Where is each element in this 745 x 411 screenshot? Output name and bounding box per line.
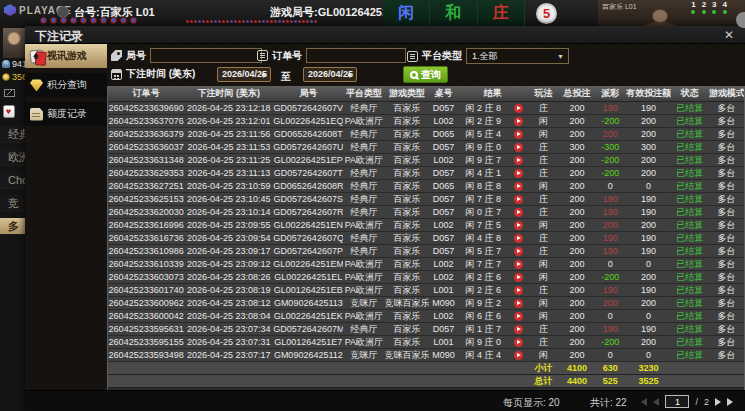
menu-item-视讯游戏[interactable]: 视讯游戏 (25, 44, 107, 68)
roadmap-dot-icon (258, 20, 261, 23)
table-row[interactable]: 2604252336396902026-04-25 23:12:18GD0572… (108, 101, 744, 114)
replay-video-icon[interactable] (514, 221, 523, 230)
menu-item-积分查询[interactable]: 积分查询 (25, 73, 107, 97)
table-row[interactable]: 2604252336370762026-04-25 23:12:01GL0022… (108, 114, 744, 127)
close-icon[interactable]: ✕ (721, 27, 737, 43)
round-number-input[interactable] (150, 48, 262, 63)
table-row[interactable]: 2604252336169962026-04-25 23:09:55GL0022… (108, 218, 744, 231)
cell-total-bet: 200 (560, 257, 595, 270)
table-row[interactable]: 2604252336200302026-04-25 23:10:14GD0572… (108, 205, 744, 218)
prev-page-icon[interactable] (653, 398, 659, 406)
cell-replay (509, 166, 528, 179)
mail-icon[interactable] (4, 89, 15, 97)
table-row[interactable]: 2604252336009622026-04-25 23:08:12GM0902… (108, 296, 744, 309)
pagination: 1 / 2 (641, 395, 733, 408)
table-row[interactable]: 2604252336272512026-04-25 23:10:59GD0652… (108, 179, 744, 192)
cell-result: 闲 8 庄 8 (458, 179, 509, 192)
replay-video-icon[interactable] (514, 130, 523, 139)
table-row[interactable]: 2604252336363792026-04-25 23:11:56GD0652… (108, 127, 744, 140)
replay-video-icon[interactable] (514, 234, 523, 243)
table-row[interactable]: 2604252335956312026-04-25 23:07:34GD0572… (108, 322, 744, 335)
replay-video-icon[interactable] (514, 104, 523, 113)
table-row[interactable]: 2604252336313482026-04-25 23:11:25GL0022… (108, 153, 744, 166)
replay-video-icon[interactable] (514, 195, 523, 204)
cell-payout: 0 (594, 309, 626, 322)
cell-replay (509, 140, 528, 153)
replay-video-icon[interactable] (514, 182, 523, 191)
date-to-value: 2026/04/25 (308, 69, 353, 79)
filter-panel: 局号 订单号 平台类型 1.全部 下注时间 (美东) (107, 44, 745, 86)
cell-total-bet: 300 (560, 140, 595, 153)
replay-video-icon[interactable] (514, 299, 523, 308)
replay-video-icon[interactable] (514, 351, 523, 360)
cell-game-type: 百家乐 (385, 140, 430, 153)
first-page-icon[interactable] (641, 398, 647, 406)
user-avatar[interactable] (3, 28, 25, 58)
bet-option-庄[interactable]: 庄 (478, 0, 525, 27)
seat-status-dot (691, 10, 695, 14)
table-row[interactable]: 2604252336030732026-04-25 23:08:26GL0022… (108, 270, 744, 283)
table-row[interactable]: 2604252336000422026-04-25 23:08:04GL0022… (108, 309, 744, 322)
table-row[interactable]: 2604252336109862026-04-25 23:09:17GD0572… (108, 244, 744, 257)
bet-option-和[interactable]: 和 (430, 0, 477, 27)
date-from-picker[interactable]: 2026/04/25 (217, 67, 271, 82)
cell-mode: 多台 (709, 309, 744, 322)
replay-video-icon[interactable] (514, 208, 523, 217)
countdown-timer: 5 (536, 3, 557, 24)
order-number-input[interactable] (306, 48, 406, 63)
subtotal-row-label: 小计 (528, 361, 560, 374)
roadmap-dot-icon (262, 20, 265, 23)
replay-video-icon[interactable] (514, 338, 523, 347)
search-button[interactable]: 查询 (403, 66, 448, 83)
table-row[interactable]: 2604252336017402026-04-25 23:08:19GL0012… (108, 283, 744, 296)
cell-replay (509, 244, 528, 257)
table-row[interactable]: 2604252335951552026-04-25 23:07:31GL0012… (108, 335, 744, 348)
replay-video-icon[interactable] (514, 117, 523, 126)
cell-time: 2026-04-25 23:07:17 (184, 348, 273, 361)
chip-icon (40, 17, 47, 24)
cell-order: 260425233636037 (108, 140, 184, 153)
cards-icon-small[interactable] (3, 105, 15, 118)
roadmap-dot-icon (230, 20, 233, 23)
cell-total-bet: 200 (560, 283, 595, 296)
col-header-7: 结果 (458, 87, 528, 101)
replay-video-icon[interactable] (514, 169, 523, 178)
platform-select[interactable]: 1.全部 (466, 48, 569, 64)
roadmap-dot-icon (254, 20, 257, 23)
subtotal-row-payout: 630 (594, 361, 626, 374)
cell-round: GD0572642607P (273, 244, 343, 257)
dealer-video-thumbnail[interactable]: 百家乐 L01 1234 (598, 0, 745, 27)
replay-video-icon[interactable] (514, 156, 523, 165)
cell-round: GD0572642607U (273, 140, 343, 153)
next-page-icon[interactable] (715, 398, 721, 406)
table-row[interactable]: 2604252336251532026-04-25 23:10:45GD0572… (108, 192, 744, 205)
cell-mode: 多台 (709, 244, 744, 257)
current-page-box[interactable]: 1 (665, 395, 689, 408)
cell-order: 260425233603073 (108, 270, 184, 283)
cell-table: D065 (429, 127, 458, 140)
cell-status: 已结算 (671, 153, 709, 166)
replay-video-icon[interactable] (514, 312, 523, 321)
replay-video-icon[interactable] (514, 273, 523, 282)
date-to-picker[interactable]: 2026/04/25 (303, 67, 357, 82)
cell-platform: 经典厅 (343, 231, 384, 244)
cell-status: 已结算 (671, 296, 709, 309)
replay-video-icon[interactable] (514, 247, 523, 256)
replay-video-icon[interactable] (514, 260, 523, 269)
replay-video-icon[interactable] (514, 286, 523, 295)
table-row[interactable]: 2604252336167362026-04-25 23:09:54GD0572… (108, 231, 744, 244)
bet-option-闲[interactable]: 闲 (383, 0, 430, 27)
table-row[interactable]: 2604252336293532026-04-25 23:11:13GD0572… (108, 166, 744, 179)
table-row[interactable]: 2604252336103392026-04-25 23:09:12GL0022… (108, 257, 744, 270)
cell-play: 闲 (528, 218, 560, 231)
table-row[interactable]: 2604252336360372026-04-25 23:11:53GD0572… (108, 140, 744, 153)
replay-video-icon[interactable] (514, 325, 523, 334)
last-page-icon[interactable] (727, 398, 733, 406)
table-row[interactable]: 2604252335934982026-04-25 23:07:17GM0902… (108, 348, 744, 361)
replay-video-icon[interactable] (514, 143, 523, 152)
seat-status-dot (723, 10, 727, 14)
edge-handle[interactable] (736, 12, 745, 28)
order-filter-label: 订单号 (272, 49, 302, 63)
cell-status: 已结算 (671, 166, 709, 179)
menu-item-额度记录[interactable]: 额度记录 (25, 102, 107, 126)
